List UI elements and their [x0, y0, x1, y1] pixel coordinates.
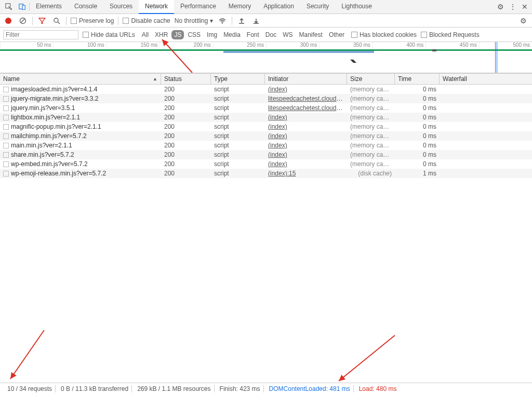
row-checkbox[interactable]	[3, 143, 9, 148]
row-checkbox[interactable]	[3, 124, 9, 130]
request-name: jquery.min.js?ver=3.5.1	[11, 104, 75, 112]
timeline-tick: 50 ms	[0, 42, 53, 49]
row-checkbox[interactable]	[3, 133, 9, 139]
filter-chip-img[interactable]: Img	[204, 30, 220, 39]
tab-console[interactable]: Console	[68, 0, 103, 14]
request-initiator[interactable]: (index)	[265, 160, 347, 168]
blocked-requests-checkbox[interactable]: Blocked Requests	[421, 31, 480, 38]
device-toggle-icon[interactable]	[16, 0, 29, 13]
disable-cache-checkbox[interactable]: Disable cache	[123, 17, 170, 24]
settings-icon[interactable]: ⚙	[497, 3, 504, 11]
col-name[interactable]: Name▲	[0, 74, 161, 84]
filter-chip-media[interactable]: Media	[221, 30, 243, 39]
request-initiator[interactable]: (index)	[265, 132, 347, 140]
table-row[interactable]: lightbox.min.js?ver=2.1.1200script(index…	[0, 113, 532, 122]
request-name: lightbox.min.js?ver=2.1.1	[11, 114, 80, 121]
inspect-icon[interactable]	[2, 0, 16, 13]
col-size[interactable]: Size	[347, 74, 395, 84]
tab-elements[interactable]: Elements	[30, 0, 68, 14]
table-row[interactable]: jquery.min.js?ver=3.5.1200scriptlitespee…	[0, 103, 532, 113]
drawer-settings-icon[interactable]: ⚙	[520, 17, 529, 25]
request-type: script	[211, 104, 265, 112]
filter-input[interactable]	[3, 30, 78, 39]
status-transferred: 0 B / 11.3 kB transferred	[58, 385, 132, 392]
filter-chip-doc[interactable]: Doc	[263, 30, 279, 39]
timeline-tick: 350 ms	[319, 42, 372, 49]
tab-performance[interactable]: Performance	[174, 0, 222, 14]
tab-application[interactable]: Application	[257, 0, 300, 14]
col-type[interactable]: Type	[211, 74, 265, 84]
row-checkbox[interactable]	[3, 161, 9, 167]
request-size: (memory cache)	[347, 132, 395, 140]
table-row[interactable]: main.min.js?ver=2.1.1200script(index)(me…	[0, 141, 532, 150]
throttling-select[interactable]: No throttling▾	[175, 17, 214, 24]
timeline-tick: 250 ms	[213, 42, 266, 49]
svg-point-5	[54, 18, 58, 22]
search-icon[interactable]	[51, 16, 62, 26]
svg-rect-2	[22, 5, 25, 9]
table-row[interactable]: jquery-migrate.min.js?ver=3.3.2200script…	[0, 94, 532, 103]
row-checkbox[interactable]	[3, 171, 9, 176]
table-row[interactable]: magnific-popup.min.js?ver=2.1.1200script…	[0, 122, 532, 131]
row-checkbox[interactable]	[3, 152, 9, 158]
timeline-tick: 500 ms	[479, 42, 532, 49]
request-initiator[interactable]: (index):15	[265, 170, 347, 177]
preserve-log-checkbox[interactable]: Preserve log	[71, 17, 114, 24]
request-initiator[interactable]: (index)	[265, 114, 347, 121]
sort-asc-icon: ▲	[153, 76, 157, 81]
table-row[interactable]: wp-emoji-release.min.js?ver=5.7.2200scri…	[0, 169, 532, 178]
record-button[interactable]	[3, 16, 14, 26]
status-resources: 269 kB / 1.1 MB resources	[134, 385, 214, 392]
table-row[interactable]: wp-embed.min.js?ver=5.7.2200script(index…	[0, 159, 532, 169]
import-har-icon[interactable]	[236, 16, 247, 26]
table-row[interactable]: share.min.js?ver=5.7.2200script(index)(m…	[0, 150, 532, 159]
filter-chip-all[interactable]: All	[139, 30, 151, 39]
filter-chip-xhr[interactable]: XHR	[152, 30, 170, 39]
request-type: script	[211, 142, 265, 149]
filter-toggle-icon[interactable]	[37, 16, 47, 26]
request-initiator[interactable]: (index)	[265, 123, 347, 130]
row-checkbox[interactable]	[3, 87, 9, 92]
tab-security[interactable]: Security	[300, 0, 335, 14]
row-checkbox[interactable]	[3, 115, 9, 120]
tabs-bar: ElementsConsoleSourcesNetworkPerformance…	[0, 0, 532, 14]
request-initiator[interactable]: litespeedcachetest.cloudpages...	[265, 104, 347, 112]
has-blocked-cookies-checkbox[interactable]: Has blocked cookies	[351, 31, 417, 38]
col-time[interactable]: Time	[395, 74, 440, 84]
tab-memory[interactable]: Memory	[222, 0, 257, 14]
dock-menu-icon[interactable]: ⋮	[509, 3, 516, 11]
table-row[interactable]: mailchimp.min.js?ver=5.7.2200script(inde…	[0, 131, 532, 141]
filter-chip-css[interactable]: CSS	[185, 30, 203, 39]
timeline-overview[interactable]: 50 ms100 ms150 ms200 ms250 ms300 ms350 m…	[0, 42, 532, 73]
hide-data-urls-checkbox[interactable]: Hide data URLs	[83, 31, 135, 38]
row-checkbox[interactable]	[3, 96, 9, 102]
tab-sources[interactable]: Sources	[103, 0, 139, 14]
request-name: wp-embed.min.js?ver=5.7.2	[11, 160, 88, 168]
export-har-icon[interactable]	[251, 16, 261, 26]
request-initiator[interactable]: (index)	[265, 142, 347, 149]
col-waterfall[interactable]: Waterfall	[440, 74, 532, 84]
table-row[interactable]: imagesloaded.min.js?ver=4.1.4200script(i…	[0, 85, 532, 94]
filter-chip-js[interactable]: JS	[171, 30, 184, 39]
request-initiator[interactable]: (index)	[265, 151, 347, 158]
type-filter-chips: AllXHRJSCSSImgMediaFontDocWSManifestOthe…	[139, 30, 347, 39]
network-conditions-icon[interactable]	[217, 16, 228, 26]
request-name: magnific-popup.min.js?ver=2.1.1	[11, 123, 101, 130]
request-initiator[interactable]: (index)	[265, 86, 347, 93]
status-dcl: DOMContentLoaded: 481 ms	[266, 385, 354, 392]
tab-lighthouse[interactable]: Lighthouse	[335, 0, 378, 14]
filter-chip-manifest[interactable]: Manifest	[297, 30, 325, 39]
filter-chip-ws[interactable]: WS	[280, 30, 295, 39]
col-initiator[interactable]: Initiator	[265, 74, 347, 84]
request-initiator[interactable]: litespeedcachetest.cloudpages...	[265, 95, 347, 102]
filter-chip-other[interactable]: Other	[326, 30, 347, 39]
close-icon[interactable]: ✕	[522, 3, 528, 11]
filter-chip-font[interactable]: Font	[244, 30, 262, 39]
row-checkbox[interactable]	[3, 105, 9, 111]
request-size: (disk cache)	[347, 170, 395, 177]
clear-button[interactable]	[18, 16, 28, 26]
col-status[interactable]: Status	[161, 74, 211, 84]
request-size: (memory cache)	[347, 95, 395, 102]
status-finish: Finish: 423 ms	[217, 385, 264, 392]
tab-network[interactable]: Network	[139, 0, 174, 14]
